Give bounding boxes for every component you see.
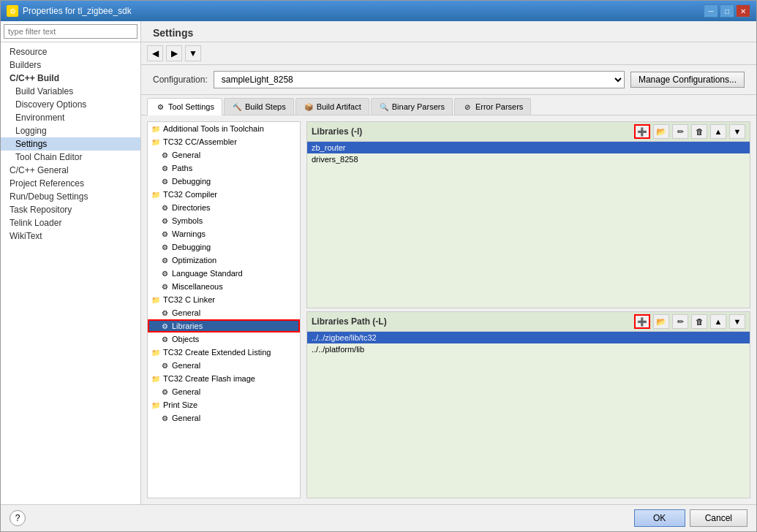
ok-button[interactable]: OK xyxy=(634,509,685,527)
tab-build-steps[interactable]: 🔨 Build Steps xyxy=(224,98,294,115)
tree-comp-debugging[interactable]: ⚙ Debugging xyxy=(148,240,300,254)
tree-print-general[interactable]: ⚙ General xyxy=(148,411,300,425)
nav-tool-chain-editor[interactable]: Tool Chain Editor xyxy=(1,151,140,164)
tree-tc32-create-ext[interactable]: 📁 TC32 Create Extended Listing xyxy=(148,346,300,359)
tree-tc32-compiler[interactable]: 📁 TC32 Compiler xyxy=(148,188,300,201)
nav-run-debug[interactable]: Run/Debug Settings xyxy=(1,190,140,203)
tree-link-objects[interactable]: ⚙ Objects xyxy=(148,332,300,346)
gear-icon: ⚙ xyxy=(159,268,170,278)
main-window: ⚙ Properties for tl_zigbee_sdk ─ □ ✕ Res… xyxy=(0,0,757,532)
nav-builders[interactable]: Builders xyxy=(1,58,140,72)
lib-path-add-workspace-button[interactable]: 📂 xyxy=(653,314,669,329)
nav-cpp-general[interactable]: C/C++ General xyxy=(1,164,140,177)
minimize-button[interactable]: ─ xyxy=(704,4,718,18)
libraries-move-down-button[interactable]: ▼ xyxy=(729,124,745,139)
tree-tc32-debugging[interactable]: ⚙ Debugging xyxy=(148,175,300,188)
lib-path-move-up-button[interactable]: ▲ xyxy=(710,314,726,329)
libraries-add-button[interactable]: ➕ xyxy=(634,124,650,139)
tree-comp-optimization[interactable]: ⚙ Optimization xyxy=(148,254,300,267)
left-panel: Resource Builders C/C++ Build Build Vari… xyxy=(1,21,141,504)
tree-comp-directories[interactable]: ⚙ Directories xyxy=(148,201,300,214)
libraries-label: Libraries (-l) xyxy=(312,126,631,137)
lib-path-delete-button[interactable]: 🗑 xyxy=(691,314,707,329)
tab-error-parsers[interactable]: ⊘ Error Parsers xyxy=(454,98,531,115)
gear-icon: ⚙ xyxy=(159,216,170,226)
gear-icon: ⚙ xyxy=(159,360,170,370)
gear-icon: ⚙ xyxy=(159,150,170,160)
maximize-button[interactable]: □ xyxy=(720,4,734,18)
tree-tc32-paths[interactable]: ⚙ Paths xyxy=(148,162,300,175)
tree-ext-general[interactable]: ⚙ General xyxy=(148,359,300,372)
tree-tc32-cc-asm[interactable]: 📁 TC32 CC/Assembler xyxy=(148,135,300,148)
nav-cpp-build[interactable]: C/C++ Build xyxy=(1,72,140,85)
tab-binary-parsers[interactable]: 🔍 Binary Parsers xyxy=(371,98,453,115)
filter-input[interactable] xyxy=(4,24,138,39)
lib-path-add-button[interactable]: ➕ xyxy=(634,314,650,329)
libraries-panel: Libraries (-l) ➕ 📂 ✏ 🗑 ▲ ▼ zb_router dri… xyxy=(306,121,750,308)
bottom-bar: ? OK Cancel xyxy=(1,504,756,531)
tree-tc32-general[interactable]: ⚙ General xyxy=(148,148,300,162)
library-item-zb-router[interactable]: zb_router xyxy=(307,142,750,153)
back-button[interactable]: ◀ xyxy=(147,45,163,61)
tool-tree: 📁 Additional Tools in Toolchain 📁 TC32 C… xyxy=(147,121,301,498)
nav-wikitext[interactable]: WikiText xyxy=(1,229,140,243)
nav-environment[interactable]: Environment xyxy=(1,111,140,124)
config-label: Configuration: xyxy=(153,75,208,85)
tree-link-general[interactable]: ⚙ General xyxy=(148,306,300,319)
dropdown-button[interactable]: ▼ xyxy=(185,45,201,61)
lib-path-panel: Libraries Path (-L) ➕ 📂 ✏ 🗑 ▲ ▼ ../../zi… xyxy=(306,311,750,498)
nav-build-variables[interactable]: Build Variables xyxy=(1,85,140,98)
libraries-delete-button[interactable]: 🗑 xyxy=(691,124,707,139)
lib-path-item-platform[interactable]: ../../platform/lib xyxy=(307,343,750,355)
nav-discovery-options[interactable]: Discovery Options xyxy=(1,98,140,111)
libraries-edit-button[interactable]: ✏ xyxy=(672,124,688,139)
nav-task-repository[interactable]: Task Repository xyxy=(1,203,140,216)
cancel-button[interactable]: Cancel xyxy=(690,509,747,527)
libraries-add-workspace-button[interactable]: 📂 xyxy=(653,124,669,139)
manage-configurations-button[interactable]: Manage Configurations... xyxy=(630,72,745,88)
lib-path-panel-header: Libraries Path (-L) ➕ 📂 ✏ 🗑 ▲ ▼ xyxy=(307,312,750,332)
gear-icon: ⚙ xyxy=(159,308,170,318)
tab-build-artifact[interactable]: 📦 Build Artifact xyxy=(295,98,369,115)
tab-tool-settings[interactable]: ⚙ Tool Settings xyxy=(147,98,222,115)
nav-resource[interactable]: Resource xyxy=(1,45,140,58)
tab-bar: ⚙ Tool Settings 🔨 Build Steps 📦 Build Ar… xyxy=(141,95,756,115)
nav-telink-loader[interactable]: Telink Loader xyxy=(1,216,140,229)
help-button[interactable]: ? xyxy=(10,510,26,526)
settings-content: 📁 Additional Tools in Toolchain 📁 TC32 C… xyxy=(141,115,756,504)
gear-icon: ⚙ xyxy=(159,413,170,423)
lib-path-list: ../../zigbee/lib/tc32 ../../platform/lib xyxy=(307,332,750,498)
build-steps-icon: 🔨 xyxy=(232,102,242,112)
build-artifact-icon: 📦 xyxy=(304,102,314,112)
nav-project-references[interactable]: Project References xyxy=(1,177,140,190)
window-icon: ⚙ xyxy=(7,5,18,17)
tree-link-libraries[interactable]: ⚙ Libraries xyxy=(148,319,300,332)
libraries-move-up-button[interactable]: ▲ xyxy=(710,124,726,139)
gear-icon: ⚙ xyxy=(159,202,170,213)
close-button[interactable]: ✕ xyxy=(736,4,750,18)
tree-tc32-flash[interactable]: 📁 TC32 Create Flash image xyxy=(148,372,300,385)
library-item-drivers-8258[interactable]: drivers_8258 xyxy=(307,153,750,165)
gear-icon: ⚙ xyxy=(159,255,170,265)
forward-button[interactable]: ▶ xyxy=(166,45,182,61)
tree-comp-misc[interactable]: ⚙ Miscellaneous xyxy=(148,280,300,293)
tree-tc32-c-linker[interactable]: 📁 TC32 C Linker xyxy=(148,293,300,306)
lib-path-item-zigbee[interactable]: ../../zigbee/lib/tc32 xyxy=(307,332,750,343)
tree-comp-lang-std[interactable]: ⚙ Language Standard xyxy=(148,267,300,280)
lib-path-label: Libraries Path (-L) xyxy=(312,316,631,327)
tree-flash-general[interactable]: ⚙ General xyxy=(148,385,300,398)
tree-comp-symbols[interactable]: ⚙ Symbols xyxy=(148,214,300,227)
tree-additional-tools[interactable]: 📁 Additional Tools in Toolchain xyxy=(148,122,300,135)
nav-logging[interactable]: Logging xyxy=(1,124,140,137)
gear-icon: ⚙ xyxy=(159,242,170,252)
config-select[interactable]: sampleLight_8258 xyxy=(214,71,625,88)
gear-icon: ⚙ xyxy=(159,334,170,344)
lib-path-edit-button[interactable]: ✏ xyxy=(672,314,688,329)
lib-path-move-down-button[interactable]: ▼ xyxy=(729,314,745,329)
nav-settings[interactable]: Settings xyxy=(1,137,140,151)
gear-icon: ⚙ xyxy=(159,229,170,239)
tree-print-size[interactable]: 📁 Print Size xyxy=(148,398,300,411)
folder-icon: 📁 xyxy=(151,373,161,384)
tree-comp-warnings[interactable]: ⚙ Warnings xyxy=(148,227,300,240)
libraries-list: zb_router drivers_8258 xyxy=(307,142,750,308)
